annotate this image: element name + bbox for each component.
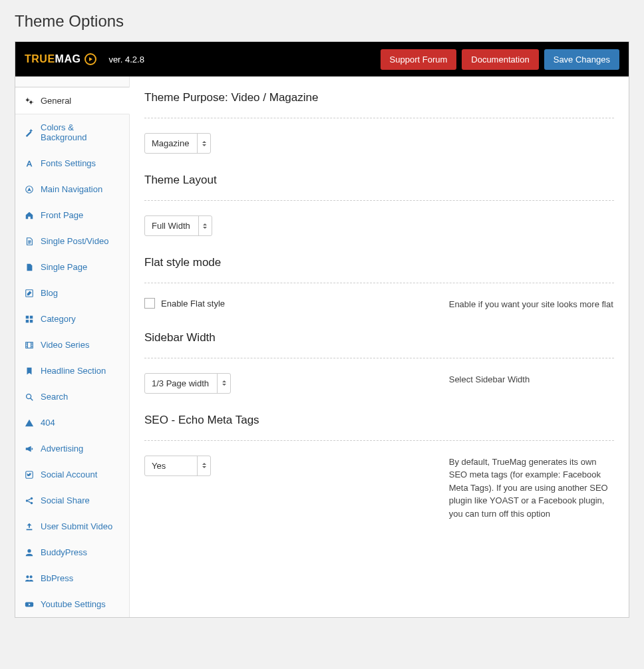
svg-rect-4 (26, 315, 29, 318)
sidebar-item-label: BbPress (41, 573, 73, 583)
bullhorn-icon (25, 444, 34, 454)
content: Theme Purpose: Video / Magazine Magazine… (130, 76, 629, 617)
sidebar-item-label: Single Page (41, 262, 87, 272)
file-icon (25, 263, 34, 272)
section-seo: SEO - Echo Meta Tags Yes By default, Tru… (144, 414, 614, 521)
sidebar-item-label: Headline Section (41, 366, 106, 376)
svg-point-16 (30, 575, 33, 578)
sidebar-item-label: Single Post/Video (41, 236, 108, 246)
svg-rect-8 (26, 342, 33, 348)
sidebar-item-label: General (41, 96, 71, 106)
sidebar-item-bbpress[interactable]: BbPress (15, 565, 129, 591)
play-icon (84, 53, 96, 65)
sidebar-item-blog[interactable]: Blog (15, 280, 129, 306)
svg-point-13 (31, 501, 33, 504)
sidebar-item-search[interactable]: Search (15, 384, 129, 410)
support-forum-button[interactable]: Support Forum (381, 49, 457, 70)
sidebar-item-label: User Submit Video (41, 521, 112, 531)
topbar: TRUEMAG ver. 4.2.8 Support Forum Documen… (15, 42, 629, 76)
section-flat-style: Flat style mode Enable Flat style Enable… (144, 256, 614, 311)
svg-point-12 (31, 497, 33, 499)
svg-point-0 (26, 98, 29, 101)
select-caret-icon (197, 456, 210, 475)
sidebar-item-404[interactable]: 404 (15, 410, 129, 436)
svg-point-9 (27, 394, 31, 398)
version-label: ver. 4.2.8 (108, 55, 144, 65)
sidebar-item-label: Fonts Settings (41, 158, 96, 168)
svg-point-1 (30, 100, 33, 103)
svg-point-14 (27, 549, 31, 552)
sidebar-item-label: Main Navigation (41, 184, 102, 194)
select-value: 1/3 Page width (145, 374, 217, 393)
user-icon (25, 548, 34, 557)
save-changes-button[interactable]: Save Changes (544, 49, 619, 70)
section-sidebar-width: Sidebar Width 1/3 Page width Select Side… (144, 331, 614, 394)
sidebar-item-label: Category (41, 314, 76, 324)
logo-text: TRUEMAG (25, 53, 80, 65)
file-text-icon (25, 237, 34, 246)
twitter-square-icon (25, 470, 34, 479)
section-theme-layout: Theme Layout Full Width (144, 174, 614, 236)
section-title: Theme Layout (144, 174, 614, 187)
logo-part2: MAG (55, 53, 81, 65)
sidebar-item-singlepost[interactable]: Single Post/Video (15, 228, 129, 254)
sidebar-item-videoseries[interactable]: Video Series (15, 332, 129, 358)
upload-icon (25, 522, 34, 531)
section-title: Flat style mode (144, 256, 614, 269)
sidebar-item-social-account[interactable]: Social Account (15, 462, 129, 487)
sidebar-item-label: 404 (41, 418, 55, 428)
theme-purpose-select[interactable]: Magazine (144, 133, 211, 154)
sidebar-item-social-share[interactable]: Social Share (15, 487, 129, 513)
enable-flat-checkbox[interactable] (144, 298, 155, 309)
field-help: By default, TrueMag generates its own SE… (449, 456, 614, 521)
sidebar-item-buddypress[interactable]: BuddyPress (15, 539, 129, 565)
documentation-button[interactable]: Documentation (462, 49, 538, 70)
logo-part1: TRUE (25, 53, 55, 65)
section-theme-purpose: Theme Purpose: Video / Magazine Magazine (144, 91, 614, 154)
home-icon (25, 211, 34, 220)
page-title: Theme Options (0, 0, 644, 41)
svg-point-15 (26, 575, 29, 578)
compass-icon (25, 185, 34, 194)
select-value: Magazine (145, 134, 197, 153)
section-title: SEO - Echo Meta Tags (144, 414, 614, 427)
sidebar-item-frontpage[interactable]: Front Page (15, 202, 129, 228)
select-value: Yes (145, 456, 197, 475)
sidebar-item-label: Advertising (41, 444, 83, 454)
users-icon (25, 574, 34, 583)
section-title: Sidebar Width (144, 331, 614, 344)
sidebar-spacer (15, 76, 129, 87)
edit-icon (25, 289, 34, 298)
sidebar-item-fonts[interactable]: Fonts Settings (15, 150, 129, 176)
sidebar-width-select[interactable]: 1/3 Page width (144, 373, 231, 394)
film-icon (25, 340, 34, 350)
youtube-icon (25, 600, 34, 609)
logo: TRUEMAG (25, 53, 96, 65)
sidebar-item-mainnav[interactable]: Main Navigation (15, 176, 129, 202)
sidebar: General Colors & Background Fonts Settin… (15, 76, 130, 617)
sidebar-item-label: Social Share (41, 495, 90, 505)
sidebar-item-advertising[interactable]: Advertising (15, 436, 129, 462)
svg-rect-7 (30, 319, 33, 322)
sidebar-item-headline[interactable]: Headline Section (15, 358, 129, 384)
sidebar-item-youtube[interactable]: Youtube Settings (15, 591, 129, 617)
sidebar-item-category[interactable]: Category (15, 306, 129, 332)
select-caret-icon (197, 134, 210, 153)
sidebar-item-label: BuddyPress (41, 547, 87, 557)
warning-icon (25, 418, 34, 428)
sidebar-item-label: Search (41, 392, 68, 402)
grid-icon (25, 315, 34, 324)
bookmark-icon (25, 366, 34, 376)
sidebar-item-general[interactable]: General (15, 87, 130, 114)
sidebar-item-colors[interactable]: Colors & Background (15, 114, 129, 150)
search-icon (25, 392, 34, 402)
font-icon (25, 159, 34, 168)
svg-rect-6 (26, 319, 29, 322)
theme-layout-select[interactable]: Full Width (144, 215, 212, 236)
sidebar-item-label: Youtube Settings (41, 599, 106, 609)
sidebar-item-user-submit[interactable]: User Submit Video (15, 513, 129, 539)
checkbox-label: Enable Flat style (161, 299, 225, 309)
sidebar-item-singlepage[interactable]: Single Page (15, 254, 129, 280)
share-icon (25, 496, 34, 505)
seo-meta-select[interactable]: Yes (144, 456, 211, 476)
